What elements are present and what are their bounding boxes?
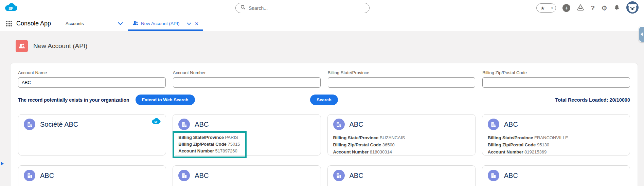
detail-label: Billing Zip/Postal Code (178, 142, 227, 147)
search-fields: Account Name Account Number Billing Stat… (18, 70, 630, 88)
header-actions: ★ ▾ + ? ⚙ (536, 1, 639, 15)
detail-value: 75015 (228, 142, 240, 147)
billing-zip-label: Billing Zip/Postal Code (482, 70, 630, 75)
account-number-label: Account Number (173, 70, 321, 75)
search-button[interactable]: Search (310, 95, 338, 105)
trailhead-icon[interactable] (577, 4, 584, 13)
billing-zip-input[interactable] (482, 77, 630, 88)
detail-label: Account Number (178, 148, 214, 153)
chevron-down-icon (118, 22, 123, 25)
new-account-person-icon (132, 20, 138, 27)
detail-value: 36500 (382, 142, 395, 147)
account-number-input[interactable] (173, 77, 321, 88)
record-details: Billing State/Province BUZANCAIS Billing… (333, 134, 470, 156)
detail-label: Account Number (488, 149, 523, 154)
account-building-icon (24, 170, 35, 181)
account-card-abc-ancretieville[interactable]: ABC Billing State/Province ANCRETIEVILLE… (18, 165, 166, 186)
tab-accounts-label: Accounts (66, 21, 84, 26)
account-contacts-icon (16, 40, 28, 52)
tab-accounts[interactable]: Accounts (60, 16, 113, 31)
tab-new-account-label: New Account (API) (141, 21, 179, 26)
account-building-icon (333, 170, 345, 181)
search-icon (240, 5, 246, 11)
setup-gear-icon[interactable]: ⚙ (601, 4, 607, 12)
account-card-title: ABC (504, 121, 518, 128)
account-name-input[interactable] (18, 77, 166, 88)
detail-value: 819215369 (524, 149, 547, 154)
account-card-title: ABC (350, 121, 363, 128)
help-icon[interactable]: ? (591, 4, 595, 12)
account-card-title: ABC (195, 121, 209, 128)
account-card-abc-buzancais[interactable]: ABC Billing State/Province BUZANCAIS Bil… (327, 114, 476, 156)
global-header: SF ® ★ ▾ + (0, 0, 644, 16)
favorites-control[interactable]: ★ ▾ (536, 3, 556, 13)
detail-value: FRANCONVILLE (534, 135, 568, 140)
global-actions-icon[interactable]: + (562, 4, 570, 12)
account-building-icon (488, 170, 499, 181)
actions-row: The record potentially exists in your or… (18, 95, 630, 105)
account-card-abc-saint-etienne[interactable]: ABC Billing State/Province SAINT-ETIENNE (173, 165, 321, 186)
right-panel-toggle[interactable] (639, 26, 644, 42)
app-launcher-waffle-icon[interactable] (6, 21, 12, 26)
account-card-title: Société ABC (40, 121, 78, 128)
detail-value: BUZANCAIS (380, 135, 405, 140)
account-building-icon (178, 119, 190, 130)
extend-web-search-button[interactable]: Extend to Web Search (136, 95, 195, 105)
notifications-bell-icon[interactable] (614, 4, 620, 12)
account-building-icon (24, 119, 35, 130)
total-records-loaded: Total Records Loaded: 20/10000 (555, 97, 630, 103)
billing-state-label: Billing State/Province (328, 70, 476, 75)
user-avatar[interactable] (626, 1, 639, 15)
favorites-dropdown-icon[interactable]: ▾ (548, 4, 556, 12)
tab-close-icon[interactable]: ✕ (195, 21, 199, 26)
left-panel-expand-arrow[interactable] (1, 162, 4, 166)
detail-label: Billing State/Province (488, 135, 533, 140)
account-card-societe-abc[interactable]: Société ABC SF ® (18, 114, 166, 156)
detail-value: 517897260 (215, 148, 237, 153)
account-building-icon (488, 119, 499, 130)
record-details: Billing State/Province FRANCONVILLE Bill… (488, 134, 624, 156)
account-card-abc-la-courneuve[interactable]: ABC Billing State/Province LA COURNEUVE (327, 165, 476, 186)
record-exists-message: The record potentially exists in your or… (18, 97, 129, 103)
console-app-window: SF ® ★ ▾ + (0, 0, 644, 186)
favorite-star-icon[interactable]: ★ (537, 5, 548, 11)
account-card-title: ABC (504, 172, 518, 180)
account-card-abc-paris[interactable]: ABC Billing State/Province PARIS Billing… (173, 114, 321, 156)
page-header: New Account (API) (0, 31, 644, 58)
account-card-title: ABC (40, 172, 54, 180)
detail-value: PARIS (225, 135, 238, 140)
account-name-label: Account Name (18, 70, 166, 75)
search-input[interactable] (249, 5, 364, 11)
detail-value: 95130 (537, 142, 549, 147)
tab-dropdown-icon[interactable] (187, 22, 191, 25)
detail-label: Billing Zip/Postal Code (488, 142, 536, 147)
tab-accounts-dropdown[interactable] (113, 16, 128, 31)
account-results-grid: Société ABC SF ® (18, 114, 630, 186)
console-tab-bar: Console App Accounts New Account (API) (0, 16, 644, 31)
global-search[interactable] (235, 3, 370, 13)
svg-text:®: ® (15, 5, 17, 7)
detail-label: Account Number (333, 149, 369, 154)
app-name: Console App (16, 20, 51, 27)
account-card-abc-franconville[interactable]: ABC Billing State/Province FRANCONVILLE … (482, 114, 630, 156)
salesforce-record-badge-icon: SF ® (151, 118, 161, 126)
search-results-panel: Account Name Account Number Billing Stat… (10, 63, 638, 186)
detail-label: Billing State/Province (333, 135, 379, 140)
account-card-abc-paris-2[interactable]: ABC Billing State/Province PARIS (482, 165, 630, 186)
svg-text:SF: SF (8, 6, 13, 11)
detail-value: 818030314 (370, 149, 392, 154)
account-building-icon (333, 119, 345, 130)
svg-text:SF: SF (155, 120, 158, 123)
page-title: New Account (API) (33, 42, 87, 50)
salesforce-logo-icon[interactable]: SF ® (4, 2, 18, 14)
tab-new-account-api[interactable]: New Account (API) ✕ (128, 16, 203, 31)
detail-label: Billing State/Province (178, 135, 224, 140)
highlighted-record-details: Billing State/Province PARIS Billing Zip… (173, 131, 246, 158)
billing-state-input[interactable] (328, 77, 476, 88)
account-building-icon (178, 170, 190, 181)
account-card-title: ABC (195, 172, 209, 180)
detail-label: Billing Zip/Postal Code (333, 142, 381, 147)
account-card-title: ABC (350, 172, 363, 180)
chevron-left-icon (641, 33, 643, 36)
